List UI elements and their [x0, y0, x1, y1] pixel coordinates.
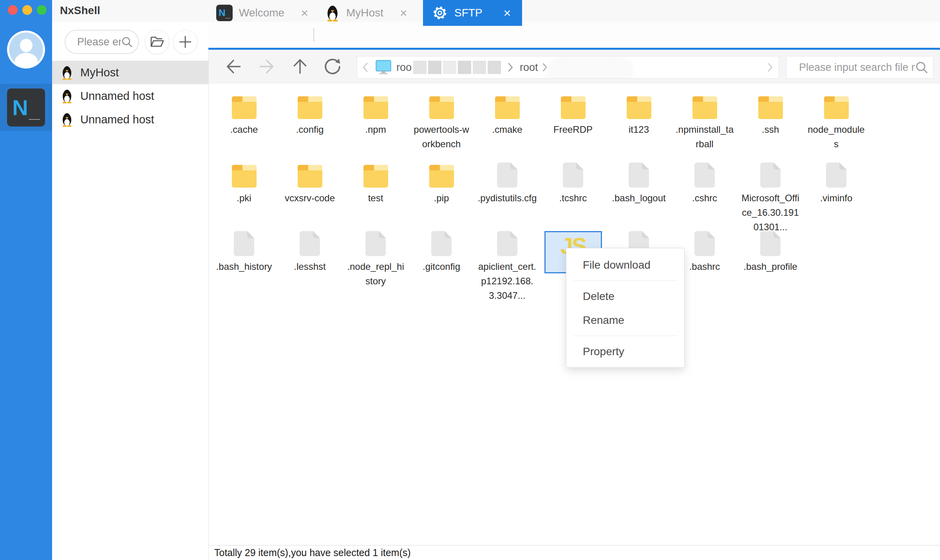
file-label: .pip — [412, 191, 471, 205]
file-label: FreeRDP — [543, 122, 603, 137]
context-menu-item-rename[interactable]: Rename — [566, 308, 684, 332]
file-label: .pydistutils.cfg — [477, 191, 537, 205]
context-menu-item-file-download[interactable]: File download — [566, 253, 684, 277]
file-item[interactable]: .bash_profile — [738, 228, 803, 274]
file-label: .viminfo — [806, 191, 866, 205]
breadcrumb-scroll-right[interactable] — [766, 62, 774, 73]
host-item[interactable]: Unnamed host — [52, 84, 208, 108]
folder-icon — [363, 165, 388, 188]
file-item[interactable]: Microsoft_Office_16.30.19101301... — [738, 159, 803, 234]
context-menu-item-delete[interactable]: Delete — [566, 284, 684, 308]
file-item[interactable]: .npminstall_tarball — [672, 91, 738, 151]
forward-button[interactable] — [256, 56, 277, 77]
back-button[interactable] — [223, 56, 244, 77]
file-item[interactable]: .lesshst — [277, 228, 343, 274]
open-session-folder-button[interactable] — [145, 30, 169, 54]
file-item[interactable]: .cshrc — [672, 159, 738, 205]
linux-penguin-icon — [61, 112, 73, 127]
sftp-toolbar: roo root — [209, 50, 940, 83]
close-window-button[interactable] — [8, 5, 18, 15]
linux-penguin-icon — [61, 65, 73, 80]
file-label: .bash_logout — [609, 191, 669, 205]
nxshell-logo-icon: N — [12, 95, 28, 120]
linux-penguin-icon — [61, 89, 73, 103]
window-controls — [8, 5, 47, 15]
file-item[interactable]: .viminfo — [803, 159, 869, 205]
file-label: node_modules — [806, 122, 866, 151]
plus-icon — [178, 35, 192, 49]
file-item[interactable]: .npm — [343, 91, 409, 137]
breadcrumb-root-segment[interactable]: root — [520, 61, 538, 74]
file-icon — [760, 231, 781, 256]
refresh-icon — [322, 56, 343, 77]
refresh-button[interactable] — [322, 56, 343, 77]
file-label: .pki — [214, 191, 274, 205]
host-item[interactable]: Unnamed host — [52, 108, 208, 131]
file-item[interactable]: it123 — [606, 91, 672, 137]
file-item[interactable]: .cmake — [474, 91, 540, 137]
folder-open-icon — [150, 36, 164, 48]
file-item[interactable]: node_modules — [803, 91, 869, 151]
tab-strip — [208, 22, 940, 48]
file-item[interactable]: .tcshrc — [540, 159, 606, 205]
minimize-window-button[interactable] — [22, 5, 32, 15]
file-label: test — [346, 191, 405, 205]
file-item[interactable]: .bash_history — [211, 228, 277, 274]
file-label: .lesshst — [280, 259, 340, 274]
breadcrumb-host-segment[interactable]: roo — [396, 61, 412, 74]
file-icon — [826, 163, 846, 188]
close-tab-icon[interactable]: × — [400, 6, 407, 20]
file-item[interactable]: powertools-workbench — [409, 91, 474, 151]
file-label: .cache — [214, 122, 274, 137]
user-avatar[interactable] — [7, 31, 45, 69]
add-host-button[interactable] — [173, 30, 197, 54]
file-item[interactable]: apiclient_cert.p12192.168.3.3047... — [474, 228, 540, 303]
chevron-left-icon — [361, 61, 370, 73]
file-label: .cmake — [477, 122, 537, 137]
file-icon — [365, 231, 386, 256]
file-item[interactable]: .gitconfig — [409, 228, 474, 274]
tab-sftp[interactable]: SFTP × — [423, 0, 522, 26]
file-item[interactable]: .pydistutils.cfg — [474, 159, 540, 205]
file-item[interactable]: .bash_logout — [606, 159, 672, 205]
file-item[interactable]: .pki — [211, 159, 277, 205]
context-menu: File downloadDeleteRenameProperty — [566, 248, 685, 368]
host-label: Unnamed host — [80, 113, 154, 126]
file-icon — [694, 163, 715, 188]
file-item[interactable]: .node_repl_history — [343, 228, 409, 288]
folder-icon — [298, 96, 322, 119]
folder-icon — [561, 96, 586, 119]
host-item[interactable]: MyHost — [52, 61, 208, 84]
file-label: .npm — [346, 122, 405, 137]
file-item[interactable]: .pip — [409, 159, 474, 205]
menu-separator — [573, 280, 677, 281]
up-directory-button[interactable] — [289, 56, 311, 77]
close-tab-icon[interactable]: × — [504, 6, 511, 20]
zoom-window-button[interactable] — [37, 5, 47, 15]
folder-icon — [758, 96, 783, 119]
file-item[interactable]: FreeRDP — [540, 91, 606, 137]
breadcrumb[interactable]: roo root — [357, 56, 779, 79]
file-label: powertools-workbench — [412, 122, 471, 151]
tab-myhost[interactable]: MyHost × — [325, 0, 407, 26]
file-item[interactable]: .ssh — [738, 91, 803, 137]
linux-penguin-icon — [325, 4, 340, 22]
file-icon — [497, 163, 517, 188]
context-menu-item-property[interactable]: Property — [566, 340, 684, 363]
host-search-input[interactable]: Please en — [65, 30, 139, 54]
arrow-right-icon — [257, 57, 277, 76]
close-tab-icon[interactable]: × — [301, 6, 308, 20]
file-icon — [694, 231, 715, 256]
avatar-icon — [9, 33, 43, 67]
tab-welcome[interactable]: N_ Welcome × — [216, 0, 308, 26]
file-item[interactable]: vcxsrv-code — [277, 159, 343, 205]
file-icon — [760, 163, 781, 188]
file-item[interactable]: test — [343, 159, 409, 205]
file-item[interactable]: .config — [277, 91, 343, 137]
file-search-input[interactable]: Please input search file n — [786, 56, 933, 79]
file-icon — [563, 163, 583, 188]
file-item[interactable]: .cache — [211, 91, 277, 137]
menu-separator — [573, 336, 677, 336]
nxshell-logo-icon: N_ — [216, 5, 233, 21]
sidebar-item-sessions[interactable]: N _ — [7, 89, 45, 126]
